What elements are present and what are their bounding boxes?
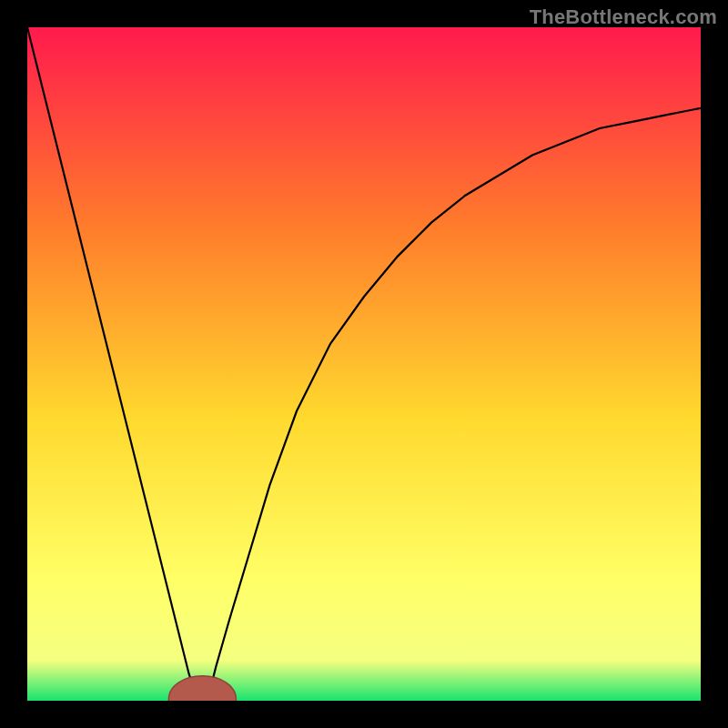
bottleneck-plot: [27, 27, 701, 701]
watermark-text: TheBottleneck.com: [530, 5, 717, 29]
chart-frame: TheBottleneck.com: [0, 0, 728, 728]
